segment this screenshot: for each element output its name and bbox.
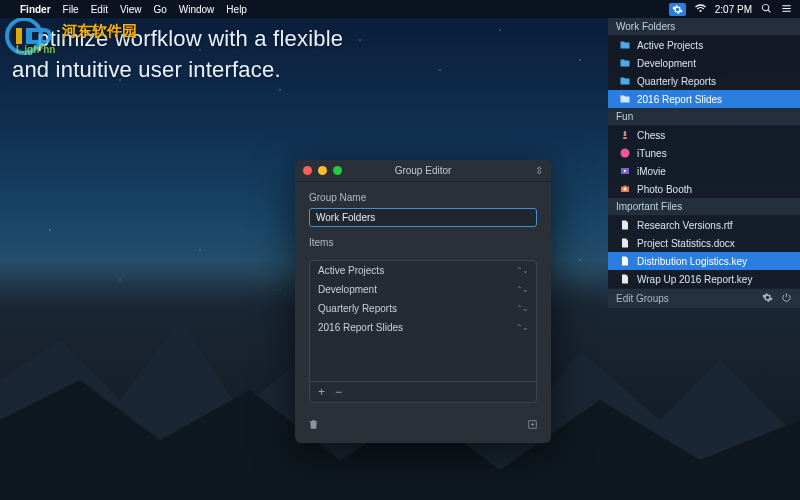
file-icon — [618, 273, 631, 285]
trash-button[interactable] — [307, 417, 320, 435]
folder-icon — [618, 75, 631, 87]
sidepanel-item[interactable]: Active Projects — [608, 36, 800, 54]
sidepanel-item[interactable]: iTunes — [608, 144, 800, 162]
watermark-url-text: I..jgh*hn — [16, 44, 55, 55]
item-row-label: 2016 Report Slides — [318, 322, 403, 333]
sidepanel-item-label: Chess — [637, 130, 665, 141]
group-name-input[interactable] — [309, 208, 537, 227]
group-name-label: Group Name — [309, 192, 537, 203]
menu-edit[interactable]: Edit — [91, 4, 108, 15]
menubar-app-icon[interactable] — [669, 3, 686, 16]
sidepanel-item-label: Quarterly Reports — [637, 76, 716, 87]
sidepanel-item[interactable]: Chess — [608, 126, 800, 144]
sidepanel-group-header: Work Folders — [608, 18, 800, 36]
hero-line-2: and intuitive user interface. — [12, 55, 343, 86]
new-group-button[interactable] — [526, 417, 539, 435]
sidepanel-footer: Edit Groups — [608, 288, 800, 308]
file-icon — [618, 237, 631, 249]
reorder-icon[interactable]: ⌃⌄ — [516, 304, 528, 313]
svg-rect-1 — [16, 28, 22, 44]
remove-item-button[interactable]: − — [335, 385, 342, 399]
groups-sidepanel: Work Folders Active Projects Development… — [608, 18, 800, 308]
item-row[interactable]: Active Projects⌃⌄ — [310, 261, 536, 280]
sidepanel-item-label: Active Projects — [637, 40, 703, 51]
sidepanel-group-header: Important Files — [608, 198, 800, 216]
group-editor-window: Group Editor ⇳ Group Name Items Active P… — [295, 160, 551, 443]
item-row-label: Development — [318, 284, 377, 295]
svg-point-4 — [623, 188, 626, 191]
notification-center-icon[interactable] — [781, 3, 792, 16]
sidepanel-item-label: Photo Booth — [637, 184, 692, 195]
folder-icon — [618, 93, 631, 105]
sidepanel-group-header: Fun — [608, 108, 800, 126]
edit-groups-button[interactable]: Edit Groups — [616, 293, 669, 304]
item-row-label: Quarterly Reports — [318, 303, 397, 314]
menu-window[interactable]: Window — [179, 4, 215, 15]
svg-rect-2 — [26, 28, 32, 44]
menu-file[interactable]: File — [63, 4, 79, 15]
window-footer — [295, 411, 551, 443]
sidepanel-item-label: iTunes — [637, 148, 667, 159]
sidepanel-item[interactable]: iMovie — [608, 162, 800, 180]
items-label: Items — [309, 237, 537, 248]
menubar-app-name[interactable]: Finder — [20, 4, 51, 15]
menu-view[interactable]: View — [120, 4, 142, 15]
reorder-icon[interactable]: ⌃⌄ — [516, 323, 528, 332]
item-row[interactable]: Quarterly Reports⌃⌄ — [310, 299, 536, 318]
sidepanel-item-label: iMovie — [637, 166, 666, 177]
menubar: Finder File Edit View Go Window Help 2:0… — [0, 0, 800, 18]
sidepanel-item[interactable]: Research Versions.rtf — [608, 216, 800, 234]
items-box: Active Projects⌃⌄ Development⌃⌄ Quarterl… — [309, 260, 537, 403]
sidepanel-item[interactable]: Photo Booth — [608, 180, 800, 198]
window-title: Group Editor — [295, 165, 551, 176]
sidepanel-item-label: Research Versions.rtf — [637, 220, 733, 231]
sidepanel-item-selected[interactable]: 2016 Report Slides — [608, 90, 800, 108]
sidepanel-item-label: Wrap Up 2016 Report.key — [637, 274, 752, 285]
spotlight-icon[interactable] — [761, 3, 772, 16]
folder-icon — [618, 39, 631, 51]
file-icon — [618, 219, 631, 231]
sidepanel-item-label: Development — [637, 58, 696, 69]
folder-icon — [618, 57, 631, 69]
menu-help[interactable]: Help — [226, 4, 247, 15]
photobooth-icon — [618, 183, 631, 195]
sidepanel-item-selected[interactable]: Distribution Logistics.key — [608, 252, 800, 270]
sidepanel-item[interactable]: Project Statistics.docx — [608, 234, 800, 252]
reorder-icon[interactable]: ⌃⌄ — [516, 266, 528, 275]
gear-icon[interactable] — [762, 292, 773, 305]
sidepanel-item-label: Project Statistics.docx — [637, 238, 735, 249]
item-row-label: Active Projects — [318, 265, 384, 276]
itunes-icon — [618, 147, 631, 159]
sidepanel-item[interactable]: Development — [608, 54, 800, 72]
sidepanel-item[interactable]: Wrap Up 2016 Report.key — [608, 270, 800, 288]
menu-go[interactable]: Go — [153, 4, 166, 15]
item-row[interactable]: Development⌃⌄ — [310, 280, 536, 299]
menubar-clock[interactable]: 2:07 PM — [715, 4, 752, 15]
chess-icon — [618, 129, 631, 141]
imovie-icon — [618, 165, 631, 177]
item-row[interactable]: 2016 Report Slides⌃⌄ — [310, 318, 536, 337]
add-item-button[interactable]: + — [318, 385, 325, 399]
sidepanel-item-label: 2016 Report Slides — [637, 94, 722, 105]
wifi-icon[interactable] — [695, 3, 706, 16]
reorder-icon[interactable]: ⌃⌄ — [516, 285, 528, 294]
watermark-brand-text: 河东软件园 — [62, 22, 137, 41]
svg-point-3 — [620, 149, 629, 158]
power-icon[interactable] — [781, 292, 792, 305]
sidepanel-item-label: Distribution Logistics.key — [637, 256, 747, 267]
expand-icon[interactable]: ⇳ — [535, 165, 543, 176]
file-icon — [618, 255, 631, 267]
sidepanel-item[interactable]: Quarterly Reports — [608, 72, 800, 90]
window-titlebar[interactable]: Group Editor ⇳ — [295, 160, 551, 182]
